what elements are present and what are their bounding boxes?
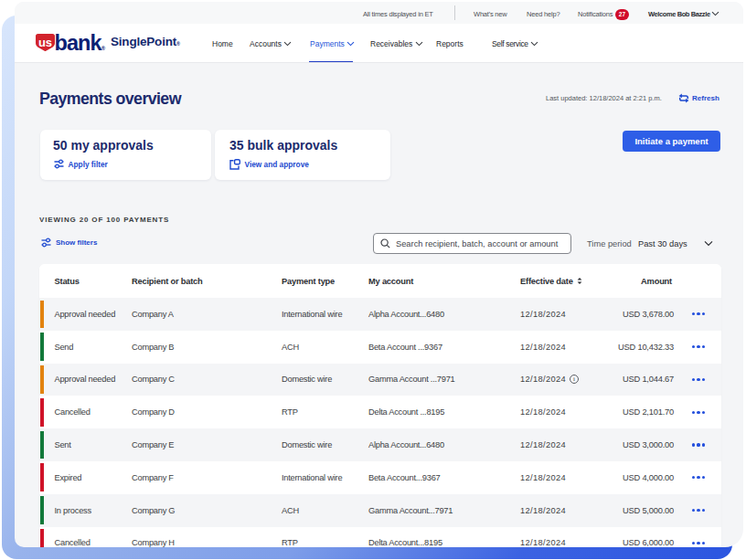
svg-text:us: us — [38, 36, 52, 49]
